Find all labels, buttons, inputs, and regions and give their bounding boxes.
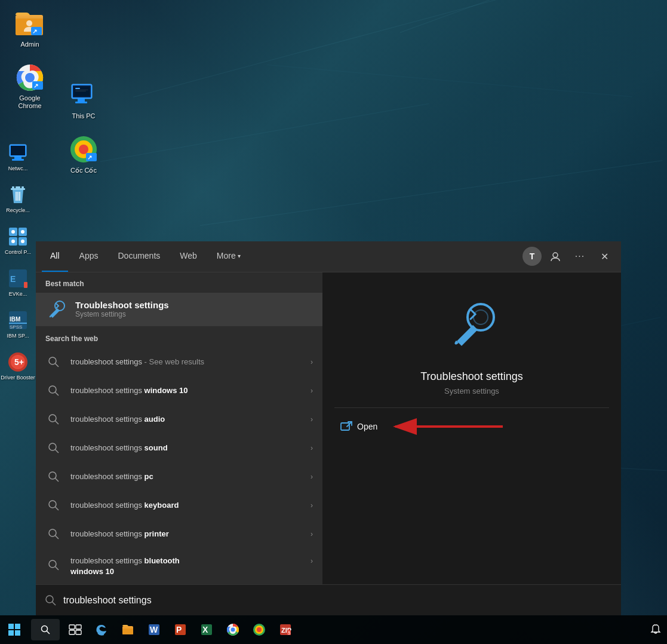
desktop-icon-coccoc[interactable]: ↗ Cốc Cốc: [60, 132, 107, 177]
best-match-title: Troubleshoot settings: [75, 300, 169, 310]
tab-apps[interactable]: Apps: [71, 241, 107, 272]
result-arrow-6: ›: [311, 530, 313, 538]
search-result-icon-6: [45, 526, 62, 542]
svg-text:5+: 5+: [14, 357, 24, 367]
evke-icon-label: EVKe...: [9, 291, 27, 297]
tab-all[interactable]: All: [42, 241, 68, 272]
result-sound[interactable]: troubleshoot settings sound ›: [36, 434, 322, 462]
best-match-item[interactable]: Troubleshoot settings System settings: [36, 293, 322, 326]
result-arrow-3: ›: [311, 444, 313, 452]
coccoc-taskbar-button[interactable]: [246, 617, 272, 643]
svg-rect-13: [78, 99, 85, 102]
svg-line-78: [53, 602, 56, 605]
result-keyboard[interactable]: troubleshoot settings keyboard ›: [36, 491, 322, 520]
search-the-web-label: Search the web: [36, 326, 322, 348]
svg-line-56: [56, 363, 59, 367]
sidebar-icon-recycle[interactable]: Recycle...: [0, 179, 36, 218]
tab-actions: T ··· ✕: [522, 246, 615, 267]
svg-rect-17: [75, 90, 88, 90]
chrome-taskbar-button[interactable]: [220, 617, 246, 643]
chrome-icon-label: GoogleChrome: [18, 94, 41, 110]
result-windows10[interactable]: troubleshoot settings windows 10 ›: [36, 376, 322, 405]
svg-point-3: [26, 20, 32, 26]
svg-line-64: [56, 478, 59, 482]
svg-rect-48: [9, 323, 27, 324]
svg-point-72: [474, 310, 488, 324]
svg-line-58: [56, 392, 59, 395]
excel-button[interactable]: X: [193, 617, 220, 643]
open-button[interactable]: Open: [334, 418, 383, 436]
chrome-icon: ↗: [16, 63, 44, 92]
tab-documents[interactable]: Documents: [109, 241, 168, 272]
taskbar-search-button[interactable]: [31, 619, 60, 640]
svg-point-98: [257, 627, 262, 632]
result-arrow-0: ›: [311, 358, 313, 366]
svg-rect-84: [76, 630, 81, 634]
result-see-web[interactable]: troubleshoot settings - See web results …: [36, 348, 322, 376]
task-view-button[interactable]: [62, 617, 88, 643]
sidebar-icon-driver-booster[interactable]: 5+ Driver Booster: [0, 346, 36, 385]
windows-logo: [8, 624, 20, 636]
detail-panel: Troubleshoot settings System settings Op…: [322, 272, 621, 584]
svg-point-8: [25, 73, 35, 82]
svg-line-70: [56, 566, 59, 570]
sidebar-icon-ibm-spss[interactable]: IBM SPSS IBM SP...: [0, 305, 36, 344]
notification-icon[interactable]: [650, 624, 661, 635]
svg-rect-73: [341, 423, 349, 430]
svg-point-41: [11, 240, 15, 243]
tab-more[interactable]: More ▾: [208, 241, 249, 272]
user-avatar[interactable]: T: [522, 247, 542, 266]
desktop: ↗ Admin: [0, 0, 667, 644]
desktop-icon-admin[interactable]: ↗ Admin: [6, 6, 54, 51]
coccoc-taskbar-icon: [253, 623, 266, 636]
close-button[interactable]: ✕: [594, 246, 615, 267]
explorer-button[interactable]: [115, 617, 141, 643]
result-audio[interactable]: troubleshoot settings audio ›: [36, 405, 322, 434]
sidebar-icon-evke[interactable]: E EVKe...: [0, 263, 36, 302]
svg-point-59: [49, 415, 56, 422]
svg-rect-86: [122, 628, 133, 634]
svg-point-61: [49, 443, 56, 450]
result-arrow-1: ›: [311, 387, 313, 395]
svg-rect-81: [69, 625, 75, 629]
edge-button[interactable]: [88, 617, 115, 643]
open-label: Open: [357, 422, 377, 431]
sidebar-icon-control-panel[interactable]: Control P...: [0, 221, 36, 260]
search-result-icon-3: [45, 440, 62, 456]
switch-account-button[interactable]: [545, 246, 566, 267]
zip-button[interactable]: ZIP 5: [272, 617, 299, 643]
svg-line-80: [47, 631, 50, 634]
desktop-icons-area: ↗ Admin: [6, 6, 54, 114]
start-button[interactable]: [0, 615, 29, 644]
edge-icon: [95, 623, 108, 636]
red-arrow-annotation: [389, 418, 509, 436]
ibm-spss-icon-label: IBM SP...: [7, 333, 29, 339]
svg-text:P: P: [176, 625, 182, 634]
more-options-button[interactable]: ···: [569, 246, 591, 267]
svg-rect-30: [11, 188, 25, 190]
svg-text:↗: ↗: [33, 82, 38, 89]
svg-rect-18: [75, 91, 86, 91]
detail-wrench-icon: [442, 296, 502, 358]
svg-text:W: W: [150, 625, 158, 634]
admin-icon: ↗: [16, 9, 44, 38]
result-bluetooth[interactable]: troubleshoot settings bluetoothwindows 1…: [36, 548, 322, 584]
result-text-7: troubleshoot settings bluetoothwindows 1…: [70, 556, 302, 577]
sidebar-icon-network[interactable]: Netwc...: [0, 137, 36, 176]
desktop-icon-this-pc[interactable]: This PC: [60, 78, 107, 123]
desktop-icon-chrome[interactable]: ↗ GoogleChrome: [6, 60, 54, 113]
svg-rect-45: [24, 282, 27, 288]
word-button[interactable]: W: [141, 617, 167, 643]
powerpoint-button[interactable]: P: [167, 617, 193, 643]
svg-point-69: [49, 560, 56, 568]
taskbar: W P X: [0, 615, 667, 644]
result-arrow-5: ›: [311, 501, 313, 510]
tab-web[interactable]: Web: [171, 241, 205, 272]
svg-rect-14: [75, 102, 87, 103]
search-input[interactable]: [63, 595, 611, 606]
result-pc[interactable]: troubleshoot settings pc ›: [36, 462, 322, 491]
svg-text:5: 5: [288, 630, 291, 636]
result-printer[interactable]: troubleshoot settings printer ›: [36, 520, 322, 548]
desktop-icons-col2: This PC ↗ Cốc Cốc: [60, 78, 107, 178]
best-match-label: Best match: [36, 272, 322, 293]
